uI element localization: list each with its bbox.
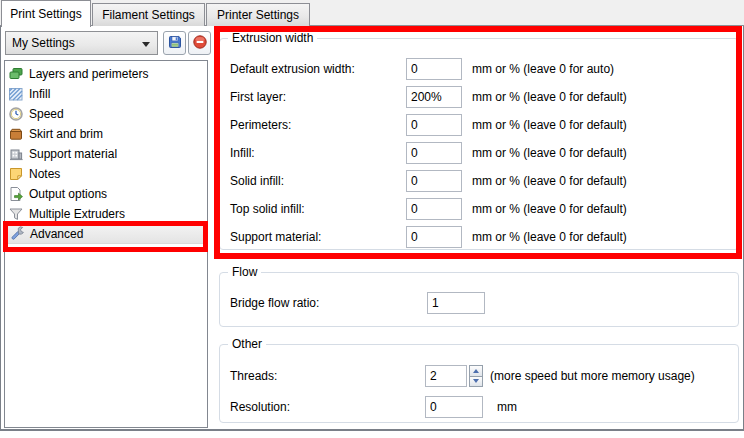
sidebar-item-label: Advanced — [30, 227, 83, 241]
delete-preset-button[interactable] — [188, 31, 211, 55]
tab-label: Print Settings — [10, 7, 81, 21]
chevron-down-icon — [142, 42, 150, 47]
sidebar-item-label: Layers and perimeters — [29, 67, 148, 81]
layers-icon — [8, 66, 24, 82]
skirt-brim-box-icon — [8, 126, 24, 142]
field-label: Perimeters: — [230, 114, 291, 136]
output-arrow-icon — [8, 186, 24, 202]
group-title: Extrusion width — [228, 31, 317, 45]
sidebar-item-label: Skirt and brim — [29, 127, 103, 141]
minus-circle-icon — [192, 34, 208, 53]
tab-bar: Print Settings Filament Settings Printer… — [0, 0, 744, 26]
infill-input[interactable] — [406, 142, 462, 164]
speed-clock-icon — [8, 106, 24, 122]
save-preset-button[interactable] — [163, 31, 186, 55]
sidebar-item-layers-and-perimeters[interactable]: Layers and perimeters — [5, 64, 207, 84]
field-hint: mm or % (leave 0 for default) — [472, 142, 627, 164]
sidebar-item-infill[interactable]: Infill — [5, 84, 207, 104]
solid-infill-input[interactable] — [406, 170, 462, 192]
tab-printer-settings[interactable]: Printer Settings — [206, 3, 310, 26]
field-label: Solid infill: — [230, 170, 284, 192]
perimeters-input[interactable] — [406, 114, 462, 136]
field-hint: mm or % (leave 0 for default) — [472, 226, 627, 248]
sidebar-item-speed[interactable]: Speed — [5, 104, 207, 124]
sidebar-item-label: Output options — [29, 187, 107, 201]
field-hint: mm or % (leave 0 for auto) — [472, 58, 614, 80]
sidebar-item-advanced[interactable]: Advanced — [5, 224, 205, 244]
tab-print-settings[interactable]: Print Settings — [1, 0, 91, 27]
flow-group: Flow Bridge flow ratio: — [219, 272, 739, 327]
field-hint: mm or % (leave 0 for default) — [472, 198, 627, 220]
sidebar-item-label: Multiple Extruders — [29, 207, 125, 221]
tab-label: Filament Settings — [102, 8, 195, 22]
sidebar-item-notes[interactable]: Notes — [5, 164, 207, 184]
threads-input[interactable] — [425, 365, 467, 387]
notes-icon — [8, 166, 24, 182]
tab-filament-settings[interactable]: Filament Settings — [92, 3, 205, 26]
group-title: Other — [228, 337, 266, 351]
sidebar-item-support-material[interactable]: Support material — [5, 144, 207, 164]
field-hint: (more speed but more memory usage) — [490, 365, 695, 387]
threads-spinner — [469, 365, 483, 387]
other-group: Other Threads: (more speed but more memo… — [219, 344, 739, 423]
field-hint: mm or % (leave 0 for default) — [472, 114, 627, 136]
settings-page: My Settings — [0, 26, 744, 431]
preset-dropdown-value: My Settings — [12, 36, 75, 50]
field-label: Default extrusion width: — [230, 58, 355, 80]
sidebar-item-label: Notes — [29, 167, 60, 181]
triangle-down-icon — [473, 379, 479, 383]
support-building-icon — [8, 146, 24, 162]
resolution-input[interactable] — [425, 396, 483, 418]
field-hint: mm or % (leave 0 for default) — [472, 170, 627, 192]
tab-label: Printer Settings — [217, 8, 299, 22]
top-solid-infill-input[interactable] — [406, 198, 462, 220]
sidebar-item-label: Support material — [29, 147, 117, 161]
field-label: Resolution: — [230, 396, 290, 418]
sidebar-item-label: Speed — [29, 107, 64, 121]
field-label: Support material: — [230, 226, 321, 248]
spin-up-button[interactable] — [469, 365, 483, 377]
triangle-up-icon — [473, 369, 479, 373]
floppy-disk-icon — [167, 34, 183, 53]
preset-dropdown[interactable]: My Settings — [5, 31, 158, 55]
settings-category-list: Layers and perimeters Infill — [4, 60, 208, 428]
funnel-icon — [8, 206, 24, 222]
field-label: Bridge flow ratio: — [230, 292, 319, 314]
spin-down-button[interactable] — [469, 377, 483, 388]
sidebar-item-output-options[interactable]: Output options — [5, 184, 207, 204]
sidebar-item-multiple-extruders[interactable]: Multiple Extruders — [5, 204, 207, 224]
field-hint: mm — [497, 396, 517, 418]
sidebar-item-label: Infill — [29, 87, 50, 101]
field-label: First layer: — [230, 86, 286, 108]
default-extrusion-width-input[interactable] — [406, 58, 462, 80]
slicer-settings-window: Print Settings Filament Settings Printer… — [0, 0, 744, 438]
bridge-flow-ratio-input[interactable] — [427, 292, 485, 314]
sidebar-item-skirt-and-brim[interactable]: Skirt and brim — [5, 124, 207, 144]
support-material-input[interactable] — [406, 226, 462, 248]
field-label: Top solid infill: — [230, 198, 305, 220]
field-label: Threads: — [230, 365, 277, 387]
infill-icon — [8, 86, 24, 102]
field-label: Infill: — [230, 142, 255, 164]
first-layer-input[interactable] — [406, 86, 462, 108]
wrench-icon — [9, 226, 25, 242]
extrusion-width-group: Extrusion width Default extrusion width:… — [219, 38, 739, 250]
field-hint: mm or % (leave 0 for default) — [472, 86, 627, 108]
group-title: Flow — [228, 265, 261, 279]
